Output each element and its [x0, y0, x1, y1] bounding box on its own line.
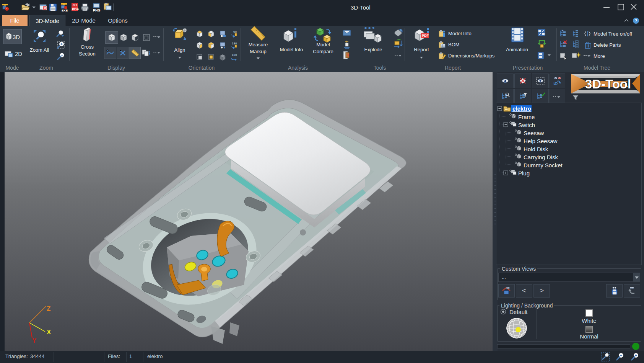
svg-text:Carrying Disk: Carrying Disk	[524, 154, 558, 160]
svg-text:180: 180	[232, 53, 237, 57]
svg-text:EXE: EXE	[62, 9, 68, 12]
svg-text:Y: Y	[32, 337, 37, 344]
svg-text:Dummy Socket: Dummy Socket	[524, 162, 563, 168]
svg-text:Help Seesaw: Help Seesaw	[524, 138, 558, 144]
svg-text:PDF: PDF	[72, 7, 79, 11]
svg-text:Frame: Frame	[518, 114, 535, 120]
svg-text:elektro: elektro	[512, 105, 531, 112]
svg-text:5: 5	[553, 82, 559, 85]
svg-text:?: ?	[635, 18, 637, 23]
svg-text:3D-Tool: 3D-Tool	[585, 77, 631, 91]
svg-text:90: 90	[233, 30, 237, 34]
svg-text:X: X	[47, 329, 51, 336]
svg-text:PDF: PDF	[422, 34, 429, 38]
svg-text:Switch: Switch	[518, 122, 535, 128]
svg-text:Seesaw: Seesaw	[524, 130, 544, 136]
svg-text:180: 180	[232, 42, 237, 45]
svg-text:Hold Disk: Hold Disk	[524, 146, 548, 152]
svg-text:Plug: Plug	[518, 170, 530, 177]
svg-text:PNG: PNG	[93, 8, 101, 12]
svg-text:3D: 3D	[73, 3, 77, 7]
svg-text:Z: Z	[47, 305, 50, 312]
